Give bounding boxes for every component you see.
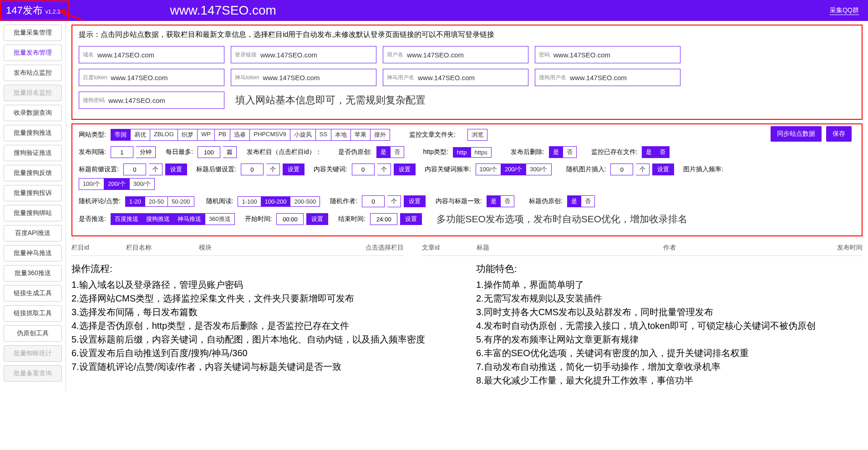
titlefake-opt-1[interactable]: 否 (581, 195, 595, 207)
cms-opt-11[interactable]: 苹果 (350, 129, 370, 141)
kwfreq-opt-0[interactable]: 100/个 (476, 164, 501, 175)
cms-opt-5[interactable]: PB (214, 129, 230, 141)
img-label: 随机图片插入: (566, 165, 606, 174)
imgfreq-opt-1[interactable]: 200/个 (104, 178, 129, 190)
field-神马token[interactable]: 神马tokenwww.147SEO.com (231, 69, 376, 86)
cms-opt-8[interactable]: 小旋风 (290, 129, 315, 141)
cms-opt-6[interactable]: 迅睿 (230, 129, 249, 141)
cms-label: 网站类型: (79, 131, 106, 139)
comment-opt-0[interactable]: 1-20 (125, 196, 145, 207)
comment: 1-2020-5050-200 (125, 196, 194, 207)
sidebar-item-10[interactable]: 百度API推送 (4, 225, 62, 241)
exist-opt-1[interactable]: 否 (655, 146, 670, 158)
field-域名[interactable]: 域名www.147SEO.com (79, 46, 224, 63)
suffix-label: 标题后缀设置: (196, 165, 236, 174)
sidebar-item-9[interactable]: 批量搜狗绑站 (4, 205, 62, 221)
field-密码[interactable]: 密码www.147SEO.com (535, 46, 680, 63)
author-set[interactable]: 设置 (404, 195, 426, 207)
kwfreq: 100/个200/个300/个 (476, 164, 552, 175)
sidebar-item-7[interactable]: 批量搜狗反馈 (4, 165, 62, 181)
sidebar-item-0[interactable]: 批量采集管理 (4, 25, 62, 41)
cms-opt-9[interactable]: SS (315, 129, 331, 141)
read-opt-2[interactable]: 200-500 (290, 196, 320, 207)
push-opt-1[interactable]: 搜狗推送 (142, 213, 173, 225)
comment-opt-1[interactable]: 20-50 (145, 196, 168, 207)
read-opt-0[interactable]: 1-100 (238, 196, 260, 207)
field-用户名[interactable]: 用户名www.147SEO.com (383, 46, 528, 63)
exist-opt-0[interactable]: 是 (642, 146, 655, 158)
browse-button[interactable]: 浏览 (467, 129, 487, 141)
match-opt-0[interactable]: 是 (487, 195, 500, 207)
cms-opt-7[interactable]: PHPCMSV9 (249, 129, 290, 141)
prefix-set[interactable]: 设置 (165, 164, 187, 175)
imgfreq-opt-0[interactable]: 100/个 (79, 178, 104, 190)
sidebar-item-13[interactable]: 链接生成工具 (4, 285, 62, 302)
suffix-set[interactable]: 设置 (283, 164, 305, 175)
field-登录链接[interactable]: 登录链接www.147SEO.com (231, 46, 376, 63)
fake-label: 是否伪原创: (338, 148, 372, 156)
suffix-input[interactable] (241, 164, 264, 175)
qq-group-link[interactable]: 采集QQ群 (830, 6, 859, 15)
comment-label: 随机评论/点赞: (79, 197, 121, 205)
end-set[interactable]: 设置 (400, 213, 422, 225)
cms-opt-10[interactable]: 本地 (331, 129, 350, 141)
img-input[interactable] (610, 164, 633, 175)
http-opt-1[interactable]: https (471, 147, 492, 158)
img-set[interactable]: 设置 (652, 164, 674, 175)
field-百度token[interactable]: 百度tokenwww.147SEO.com (79, 69, 224, 86)
kw-set[interactable]: 设置 (394, 164, 416, 175)
prefix-input[interactable] (123, 164, 146, 175)
push-opt-2[interactable]: 神马推送 (173, 213, 205, 225)
daily-unit: 篇 (223, 146, 237, 158)
sidebar-item-17: 批量备案查询 (4, 365, 62, 382)
start-set[interactable]: 设置 (306, 213, 328, 225)
sidebar-item-15[interactable]: 伪原创工具 (4, 325, 62, 342)
sidebar-item-5[interactable]: 批量搜狗推送 (4, 125, 62, 141)
author-input[interactable] (362, 195, 385, 207)
cms-opt-3[interactable]: 织梦 (178, 129, 197, 141)
daily-input[interactable] (198, 146, 220, 158)
cms: 帝国易优ZBLOG织梦WPPB迅睿PHPCMSV9小旋风SS本地苹果搜外 (111, 129, 390, 141)
sidebar-item-8[interactable]: 批量搜狗投诉 (4, 185, 62, 201)
match-opt-1[interactable]: 否 (500, 195, 514, 207)
del-opt-0[interactable]: 是 (549, 146, 563, 158)
interval-input[interactable] (111, 146, 133, 158)
flow-info: 操作流程:1.输入域名以及登录路径，管理员账户密码2.选择网站CMS类型，选择监… (71, 261, 458, 387)
sync-button[interactable]: 同步站点数据 (771, 126, 822, 142)
kwfreq-opt-1[interactable]: 200/个 (501, 164, 526, 175)
kw-label: 内容关键词: (314, 165, 347, 174)
cms-opt-4[interactable]: WP (197, 129, 214, 141)
del-opt-1[interactable]: 否 (563, 146, 577, 158)
field-神马用户名[interactable]: 神马用户名www.147SEO.com (383, 69, 528, 86)
cms-opt-12[interactable]: 搜外 (370, 129, 390, 141)
kwfreq-opt-2[interactable]: 300/个 (526, 164, 551, 175)
field-搜狗密码[interactable]: 搜狗密码www.147SEO.com (79, 92, 224, 109)
articles-table-header: 文章id 标题 作者 发布时间 (422, 240, 863, 256)
read-opt-1[interactable]: 100-200 (261, 196, 290, 207)
push-opt-3[interactable]: 360推送 (205, 213, 235, 225)
save-button[interactable]: 保存 (826, 126, 852, 142)
start-input[interactable] (276, 213, 304, 225)
cms-opt-2[interactable]: ZBLOG (150, 129, 178, 141)
sidebar-item-12[interactable]: 批量360推送 (4, 265, 62, 281)
comment-opt-2[interactable]: 50-200 (168, 196, 194, 207)
sidebar-item-1[interactable]: 批量发布管理 (4, 45, 62, 61)
cms-opt-0[interactable]: 帝国 (111, 129, 130, 141)
field-搜狗用户名[interactable]: 搜狗用户名www.147SEO.com (535, 69, 680, 86)
sidebar-item-14[interactable]: 链接抓取工具 (4, 305, 62, 322)
end-input[interactable] (370, 213, 397, 225)
fake-opt-1[interactable]: 否 (390, 146, 404, 158)
http: httphttps (453, 147, 492, 158)
http-opt-0[interactable]: http (453, 147, 471, 158)
cms-opt-1[interactable]: 易优 (130, 129, 150, 141)
sidebar-item-2[interactable]: 发布站点监控 (4, 65, 62, 81)
imgfreq-opt-2[interactable]: 300/个 (129, 178, 155, 190)
titlefake-opt-0[interactable]: 是 (567, 195, 581, 207)
sidebar-item-4[interactable]: 收录数据查询 (4, 105, 62, 121)
kw-input[interactable] (352, 164, 375, 175)
sidebar-item-11[interactable]: 批量神马推送 (4, 245, 62, 261)
sidebar-item-6[interactable]: 搜狗验证推送 (4, 145, 62, 161)
push-opt-0[interactable]: 百度推送 (111, 213, 142, 225)
fake-opt-0[interactable]: 是 (376, 146, 390, 158)
titlefake-label: 标题伪原创: (529, 197, 563, 205)
